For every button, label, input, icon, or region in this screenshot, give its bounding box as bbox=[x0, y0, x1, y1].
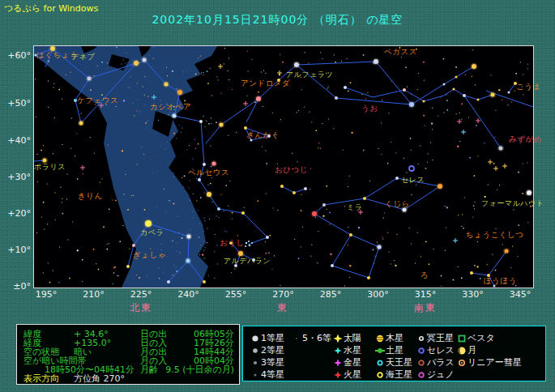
bright-star bbox=[470, 271, 473, 275]
pallas-icon bbox=[416, 358, 426, 368]
bright-star bbox=[198, 178, 201, 181]
app-window: つるぷら for Windows 2002年10月15日21時00分 （明石） … bbox=[0, 0, 555, 392]
mercury-icon bbox=[333, 346, 343, 356]
legend-label: 1等星 bbox=[261, 333, 284, 343]
legend-label: ジュノ bbox=[427, 369, 455, 380]
constellation-label: おひつじ bbox=[275, 165, 308, 174]
vesta-icon bbox=[457, 334, 467, 343]
direction-label: 東 bbox=[277, 301, 288, 315]
constellation-label: みずがめ bbox=[509, 134, 542, 144]
legend-label: 金星 bbox=[344, 357, 361, 368]
legend-label: 2等星 bbox=[261, 345, 284, 356]
legend-label: リニアー彗星 bbox=[467, 357, 522, 368]
bright-star bbox=[143, 58, 147, 62]
constellation-label: ペガスス bbox=[384, 47, 417, 56]
constellation-label: こうま bbox=[516, 82, 541, 91]
constellation-label: うお bbox=[361, 104, 378, 113]
bright-star bbox=[126, 265, 130, 268]
constellation-label: アンドロメダ bbox=[241, 79, 290, 87]
neptune-icon bbox=[375, 370, 385, 380]
bright-star bbox=[453, 88, 455, 91]
constellation-label: ほうほう bbox=[484, 276, 517, 285]
legend-label: 土星 bbox=[386, 345, 403, 356]
bright-star bbox=[245, 242, 247, 244]
star-name-label: デネブ bbox=[71, 53, 95, 61]
constellation-label: さんかく bbox=[246, 130, 280, 139]
bright-star bbox=[294, 62, 299, 67]
altitude-tick-label: +50° bbox=[2, 98, 31, 109]
saturn-icon bbox=[375, 346, 385, 356]
bright-star bbox=[344, 86, 347, 89]
star-chart[interactable]: はくちょうケフェウスカシオペアアンドロメダさんかくペガススこうまきりんぎょしゃペ… bbox=[33, 45, 534, 288]
sun-icon bbox=[333, 334, 343, 343]
bright-star bbox=[505, 249, 509, 254]
bright-star bbox=[134, 61, 139, 66]
mag1-icon bbox=[250, 334, 260, 343]
bright-star bbox=[367, 276, 370, 279]
bright-star bbox=[244, 126, 247, 130]
bright-star bbox=[251, 242, 253, 244]
azimuth-tick-label: 255° bbox=[225, 289, 247, 300]
constellation-label: ペルセウス bbox=[188, 168, 229, 177]
jupiter-icon bbox=[375, 334, 385, 343]
constellation-label: ケフェウス bbox=[77, 96, 118, 104]
bright-star bbox=[79, 121, 83, 126]
bright-star bbox=[335, 96, 338, 100]
altitude-tick-label: +40° bbox=[2, 135, 31, 146]
legend-label: 太陽 bbox=[344, 333, 361, 343]
legend-label: 冥王星 bbox=[427, 333, 454, 343]
sky-canvas: はくちょうケフェウスカシオペアアンドロメダさんかくペガススこうまきりんぎょしゃペ… bbox=[34, 46, 533, 288]
bright-star bbox=[423, 100, 425, 103]
mars-icon bbox=[333, 370, 343, 380]
bright-star bbox=[217, 207, 220, 211]
bright-star bbox=[409, 102, 414, 107]
bright-star bbox=[378, 245, 382, 249]
bright-star bbox=[199, 120, 203, 123]
bright-star bbox=[177, 90, 182, 95]
bright-star bbox=[132, 244, 135, 247]
bright-star bbox=[499, 147, 503, 151]
legend-label: 火星 bbox=[344, 369, 361, 380]
bright-star bbox=[472, 64, 476, 69]
legend-panel: 1等星2等星3等星4等星5・6等太陽水星金星火星木星土星天王星海王星冥王星セレス… bbox=[242, 326, 546, 381]
bright-star bbox=[173, 114, 177, 118]
star-name-label: ポラリス bbox=[34, 163, 66, 171]
bright-star bbox=[455, 76, 458, 79]
bright-star bbox=[187, 235, 191, 239]
bright-star bbox=[186, 259, 190, 263]
bright-star bbox=[312, 211, 317, 216]
bright-star bbox=[164, 83, 169, 87]
bright-star bbox=[203, 280, 206, 283]
venus-icon bbox=[333, 358, 343, 368]
star-name-label: セレス bbox=[401, 176, 425, 184]
bright-star bbox=[403, 208, 407, 212]
bright-star bbox=[245, 245, 246, 247]
legend-label: 3等星 bbox=[261, 357, 284, 368]
bright-star bbox=[477, 99, 480, 101]
bright-star bbox=[249, 245, 250, 246]
constellation-label: ろ bbox=[421, 271, 429, 279]
pluto-icon bbox=[416, 334, 426, 343]
bright-star bbox=[304, 187, 307, 190]
moon-icon bbox=[457, 346, 467, 356]
bright-star bbox=[443, 83, 446, 86]
mag4-icon bbox=[250, 370, 260, 380]
star-name-label: アルデバラン bbox=[224, 257, 271, 265]
azimuth-tick-label: 285° bbox=[320, 289, 342, 300]
legend-label: 木星 bbox=[386, 333, 403, 343]
bright-star bbox=[167, 280, 170, 283]
direction-label: 南東 bbox=[414, 301, 437, 315]
bright-star bbox=[349, 233, 352, 236]
azimuth-tick-label: 345° bbox=[510, 289, 532, 300]
azimuth-tick-label: 240° bbox=[177, 289, 199, 300]
bright-star bbox=[266, 236, 269, 239]
mag3-icon bbox=[250, 358, 260, 368]
info-value: 方位角 270° bbox=[74, 374, 125, 383]
sun-moon-value: 9.5 (十日余の月) bbox=[155, 365, 234, 374]
legend-label: 月 bbox=[467, 345, 476, 356]
constellation-label: カシオペア bbox=[150, 102, 191, 111]
legend-label: パラス bbox=[427, 357, 455, 368]
bright-star bbox=[491, 93, 495, 97]
bright-star bbox=[280, 185, 284, 188]
bright-star bbox=[292, 191, 296, 194]
